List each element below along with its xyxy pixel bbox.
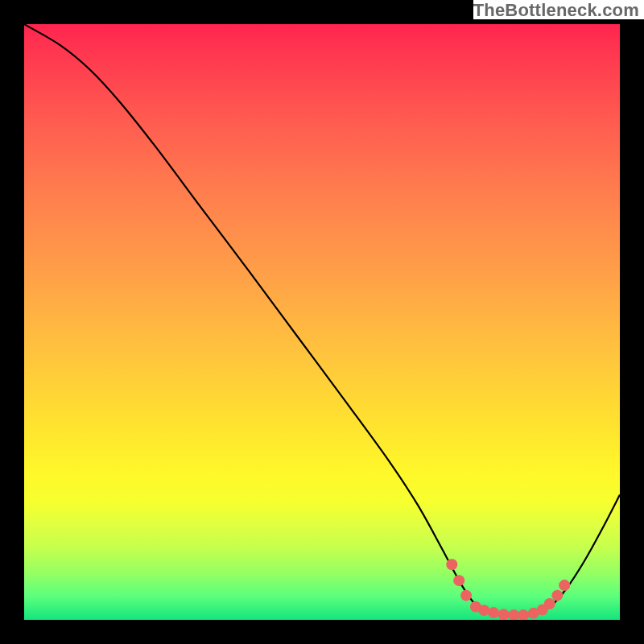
curve-layer: [24, 24, 620, 620]
highlight-dot: [446, 559, 457, 570]
chart-stage: TheBottleneck.com: [0, 0, 644, 644]
highlight-dot: [498, 609, 510, 620]
highlight-dot: [551, 590, 563, 601]
bottleneck-curve: [24, 24, 620, 617]
highlight-dot: [518, 609, 529, 620]
highlight-dot: [453, 575, 464, 586]
highlight-dot: [488, 607, 499, 618]
highlight-dot: [478, 605, 489, 616]
highlight-dot: [559, 580, 570, 591]
highlight-dot: [544, 598, 555, 609]
watermark: TheBottleneck.com: [473, 0, 644, 19]
plot-area: [24, 24, 620, 620]
highlight-dot: [460, 590, 472, 601]
